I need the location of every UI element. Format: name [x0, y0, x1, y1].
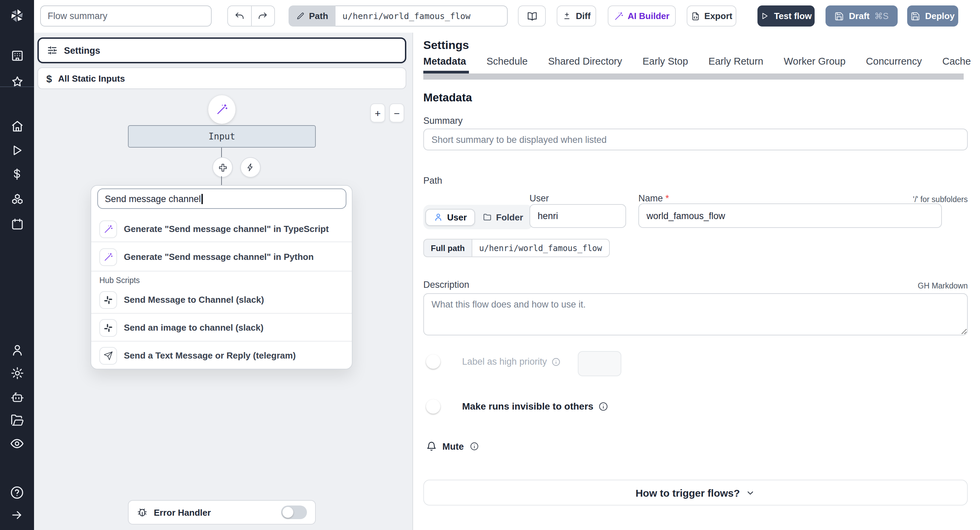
deploy-button[interactable]: Deploy — [907, 5, 958, 27]
draft-shortcut: ⌘S — [875, 11, 889, 21]
name-column-label: Name * — [638, 193, 669, 203]
path-edit-chip[interactable]: Path — [288, 5, 336, 27]
flow-path-value[interactable]: u/henri/world_famous_flow — [336, 5, 508, 27]
flow-summary-input[interactable] — [40, 5, 212, 27]
mute-label: Mute — [442, 441, 464, 451]
tab-metadata[interactable]: Metadata — [423, 56, 466, 67]
folders-icon[interactable] — [0, 413, 34, 427]
add-step-button[interactable] — [212, 157, 233, 178]
user-icon[interactable] — [0, 343, 34, 357]
bug-icon — [137, 507, 148, 518]
trigger-help-expander[interactable]: How to trigger flows? — [423, 480, 968, 506]
ai-builder-button[interactable]: AI Builder — [608, 5, 676, 27]
owner-kind-folder-option[interactable]: Folder — [475, 209, 530, 225]
variables-dollar-icon[interactable] — [0, 167, 34, 181]
summary-input[interactable] — [423, 129, 968, 150]
add-trigger-button[interactable] — [240, 157, 261, 178]
full-path-label: Full path — [423, 239, 472, 257]
plus-icon — [218, 162, 228, 173]
file-export-icon — [691, 11, 700, 21]
magic-wand-icon — [99, 220, 117, 238]
owner-kind-user-option[interactable]: User — [425, 208, 475, 225]
minus-icon: − — [394, 107, 400, 119]
workers-robot-icon[interactable] — [0, 390, 34, 404]
export-button[interactable]: Export — [687, 5, 737, 27]
ai-flow-builder-bubble[interactable] — [208, 95, 235, 124]
flow-settings-node[interactable]: Settings — [37, 37, 406, 63]
mute-row[interactable]: Mute — [426, 441, 479, 452]
flow-edge — [221, 148, 222, 157]
workspace-building-icon[interactable] — [0, 48, 34, 63]
redo-button[interactable] — [251, 6, 274, 26]
slack-icon — [99, 291, 117, 309]
tab-cache[interactable]: Cache — [942, 56, 971, 67]
app: Path u/henri/world_famous_flow Diff AI B… — [0, 0, 980, 530]
tab-schedule[interactable]: Schedule — [487, 56, 528, 67]
docs-button[interactable] — [518, 5, 546, 27]
plus-icon: + — [375, 107, 381, 119]
help-icon[interactable] — [0, 485, 34, 500]
path-user-input[interactable] — [530, 204, 626, 228]
error-handler-toggle[interactable] — [281, 506, 307, 519]
tabs-scrollbar[interactable] — [423, 73, 964, 79]
test-flow-button[interactable]: Test flow — [757, 5, 815, 27]
flow-path-group[interactable]: Path u/henri/world_famous_flow — [288, 5, 508, 27]
ai-builder-label: AI Builder — [628, 11, 670, 21]
tab-shared-directory[interactable]: Shared Directory — [548, 56, 622, 67]
hub-script-item[interactable]: Send a Text Message or Reply (telegram) — [91, 344, 352, 367]
generate-typescript-item[interactable]: Generate "Send message channel" in TypeS… — [91, 218, 352, 240]
pencil-icon — [296, 11, 305, 21]
magic-wand-icon — [614, 11, 624, 21]
high-priority-label: Label as high priority — [462, 357, 547, 367]
runs-play-icon[interactable] — [0, 144, 34, 157]
export-label: Export — [705, 11, 732, 21]
divider — [91, 341, 352, 341]
hub-script-item[interactable]: Send Message to Channel (slack) — [91, 289, 352, 311]
info-icon[interactable] — [469, 441, 479, 451]
book-open-icon — [527, 11, 537, 21]
tab-early-return[interactable]: Early Return — [708, 56, 763, 67]
path-chip-label: Path — [309, 11, 328, 21]
zoom-out-button[interactable]: − — [389, 103, 404, 122]
draft-button[interactable]: Draft ⌘S — [826, 5, 898, 27]
tab-concurrency[interactable]: Concurrency — [866, 56, 922, 67]
tab-worker-group[interactable]: Worker Group — [784, 56, 846, 67]
undo-button[interactable] — [228, 6, 251, 26]
subfolders-hint: '/' for subfolders — [913, 195, 968, 203]
flow-settings-label: Settings — [64, 45, 100, 56]
all-static-inputs-node[interactable]: $ All Static Inputs — [37, 67, 406, 89]
expand-sidebar-arrow-icon[interactable] — [0, 508, 34, 522]
tab-early-stop[interactable]: Early Stop — [643, 56, 688, 67]
step-search-value: Send message channel — [105, 194, 201, 204]
home-icon[interactable] — [0, 119, 34, 133]
path-name-input[interactable] — [638, 203, 942, 228]
info-icon[interactable] — [598, 401, 608, 411]
active-tab-underline — [423, 71, 469, 73]
trigger-help-label: How to trigger flows? — [636, 487, 740, 498]
input-node[interactable]: Input — [128, 125, 316, 148]
error-handler-node[interactable]: Error Handler — [128, 500, 316, 525]
zoom-in-button[interactable]: + — [370, 103, 385, 122]
path-section-label: Path — [423, 176, 442, 186]
folder-icon — [482, 212, 492, 222]
audit-eye-icon[interactable] — [0, 436, 34, 451]
info-icon[interactable] — [551, 357, 560, 367]
summary-label: Summary — [423, 116, 463, 126]
description-textarea[interactable] — [423, 293, 968, 335]
lightning-icon — [246, 163, 255, 172]
step-search-input[interactable]: Send message channel — [97, 189, 347, 209]
resources-boxes-icon[interactable] — [0, 192, 34, 207]
hub-script-item[interactable]: Send an image to channel (slack) — [91, 316, 352, 339]
schedules-calendar-icon[interactable] — [0, 217, 34, 231]
user-icon — [434, 212, 443, 222]
input-node-label: Input — [208, 131, 235, 141]
diff-button[interactable]: Diff — [557, 5, 596, 27]
generate-python-item[interactable]: Generate "Send message channel" in Pytho… — [91, 246, 352, 268]
flow-edge — [221, 176, 222, 185]
windmill-logo-icon[interactable] — [0, 7, 34, 24]
metadata-heading: Metadata — [423, 91, 472, 104]
markdown-hint: GH Markdown — [918, 282, 968, 290]
settings-gear-icon[interactable] — [0, 366, 34, 380]
high-priority-value-input[interactable] — [578, 351, 621, 376]
hub-script-label: Send Message to Channel (slack) — [124, 295, 264, 305]
